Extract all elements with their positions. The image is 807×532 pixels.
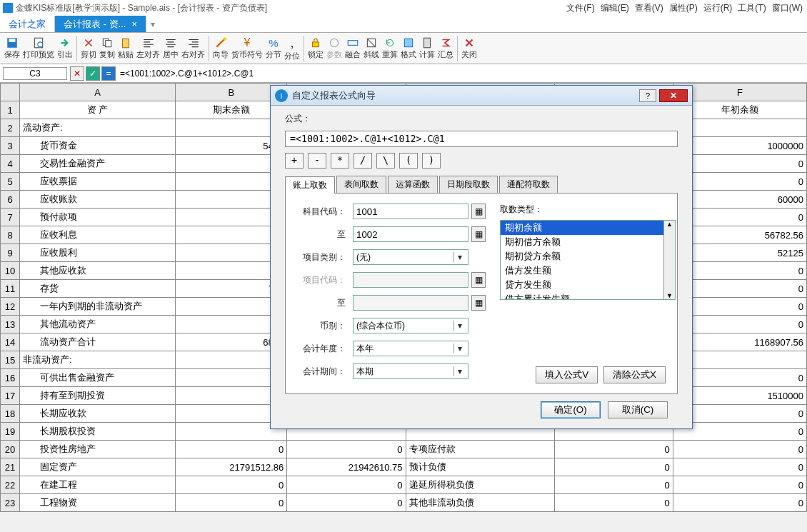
tb-align-left[interactable]: 左对齐 <box>135 36 161 60</box>
cell[interactable]: 固定资产 <box>20 458 176 476</box>
row-header[interactable]: 9 <box>1 244 20 262</box>
row-header[interactable]: 16 <box>1 369 20 387</box>
cell[interactable]: 其他应收款 <box>20 262 176 280</box>
tab-intersheet[interactable]: 表间取数 <box>336 176 386 193</box>
cell[interactable]: 预付款项 <box>20 209 176 226</box>
menu-edit[interactable]: 编辑(E) <box>601 2 629 14</box>
tab-daterange[interactable]: 日期段取数 <box>439 176 498 193</box>
cell[interactable]: 60000 <box>673 191 806 209</box>
row-header[interactable]: 22 <box>1 476 20 494</box>
to-input[interactable] <box>353 226 468 242</box>
cell[interactable]: 持有至到期投资 <box>20 387 176 405</box>
cell[interactable]: 56782.56 <box>673 226 806 244</box>
cell[interactable]: 0 <box>673 458 806 476</box>
cell[interactable]: 0 <box>673 441 806 458</box>
op-lparen[interactable]: ( <box>399 153 418 169</box>
cell[interactable]: 在建工程 <box>20 476 176 494</box>
cell[interactable]: 0 <box>673 298 806 316</box>
period-combo[interactable]: 本期▾ <box>353 363 468 379</box>
projcode-lookup-icon[interactable]: ▦ <box>471 272 486 288</box>
tb-currency[interactable]: ¥货币符号 <box>230 36 264 60</box>
year-combo[interactable]: 本年▾ <box>353 341 468 356</box>
scrollbar[interactable]: ▲▼ <box>663 221 675 299</box>
tb-preview[interactable]: 打印预览 <box>21 36 56 60</box>
list-item[interactable]: 借方累计发生额 <box>501 292 675 300</box>
tb-params[interactable]: 参数 <box>325 36 344 60</box>
cell[interactable]: 0 <box>287 476 406 494</box>
cell[interactable]: 0 <box>673 494 806 512</box>
tab-func[interactable]: 运算函数 <box>388 176 438 193</box>
tb-paste[interactable]: 粘贴 <box>116 36 135 60</box>
row-header[interactable]: 12 <box>1 298 20 316</box>
subject-lookup-icon[interactable]: ▦ <box>471 204 486 219</box>
cell[interactable]: 0 <box>673 316 806 333</box>
row-header[interactable]: 14 <box>1 333 20 351</box>
row-header[interactable]: 5 <box>1 173 20 191</box>
tab-dropdown[interactable]: ▾ <box>146 16 159 32</box>
row-header[interactable]: 8 <box>1 226 20 244</box>
cell-reference[interactable]: C3 <box>3 67 67 80</box>
cell[interactable]: 0 <box>673 173 806 191</box>
cell[interactable]: 工程物资 <box>20 494 176 512</box>
help-button[interactable]: ? <box>639 89 656 102</box>
cell[interactable]: 0 <box>176 441 287 458</box>
tab-wildcard[interactable]: 通配符取数 <box>499 176 558 193</box>
cell[interactable]: 一年内到期的非流动资产 <box>20 298 176 316</box>
cell[interactable]: 可供出售金融资产 <box>20 369 176 387</box>
dialog-titlebar[interactable]: i 自定义报表公式向导 ? ✕ <box>271 86 692 106</box>
row-header[interactable]: 2 <box>1 119 20 137</box>
tb-align-right[interactable]: 右对齐 <box>180 36 206 60</box>
cell[interactable]: 0 <box>554 476 673 494</box>
to2-input[interactable] <box>353 295 468 311</box>
cell[interactable]: 专项应付款 <box>406 441 554 458</box>
cell[interactable]: 年初余额 <box>673 101 806 119</box>
cell[interactable]: 1168907.56 <box>673 333 806 351</box>
cell[interactable]: 0 <box>673 262 806 280</box>
row-header[interactable]: 17 <box>1 387 20 405</box>
cell[interactable]: 递延所得税负债 <box>406 476 554 494</box>
op-div[interactable]: / <box>354 153 372 169</box>
tb-close[interactable]: 关闭 <box>460 36 478 60</box>
cell[interactable]: 存货 <box>20 280 176 298</box>
cell[interactable]: 1000000 <box>673 137 806 155</box>
tb-summary[interactable]: 汇总 <box>436 36 455 60</box>
projcode-input[interactable] <box>353 272 468 288</box>
fetch-type-list[interactable]: 期初余额 期初借方余额 期初贷方余额 借方发生额 贷方发生额 借方累计发生额 贷… <box>500 220 676 300</box>
to2-lookup-icon[interactable]: ▦ <box>471 295 486 311</box>
currency-combo[interactable]: (综合本位币)▾ <box>353 318 468 333</box>
menu-view[interactable]: 查看(V) <box>635 2 663 14</box>
tb-comma[interactable]: ,分位 <box>283 36 301 61</box>
menu-window[interactable]: 窗口(W) <box>772 2 803 14</box>
cell[interactable]: 应收账款 <box>20 191 176 209</box>
row-header[interactable]: 19 <box>1 423 20 441</box>
row-header[interactable]: 21 <box>1 458 20 476</box>
cell[interactable]: 0 <box>673 423 806 441</box>
cell[interactable]: 非流动资产: <box>20 351 176 369</box>
tb-recalc[interactable]: 重算 <box>381 36 399 60</box>
dialog-formula-input[interactable] <box>285 131 678 147</box>
cell[interactable]: 0 <box>287 494 406 512</box>
tb-wizard[interactable]: 向导 <box>211 36 230 60</box>
cell[interactable]: 0 <box>554 441 673 458</box>
cell[interactable]: 应收票据 <box>20 173 176 191</box>
tb-merge[interactable]: 融合 <box>344 36 362 60</box>
projtype-combo[interactable]: (无)▾ <box>353 249 468 265</box>
row-header[interactable]: 11 <box>1 280 20 298</box>
cell[interactable]: 0 <box>287 441 406 458</box>
row-header[interactable]: 23 <box>1 494 20 512</box>
cell[interactable]: 0 <box>554 494 673 512</box>
op-rparen[interactable]: ) <box>422 153 441 169</box>
menu-tool[interactable]: 工具(T) <box>738 2 766 14</box>
tb-format[interactable]: 格式 <box>399 36 418 60</box>
cell[interactable] <box>673 119 806 137</box>
formula-equals-icon[interactable]: = <box>101 66 116 81</box>
row-header[interactable]: 15 <box>1 351 20 369</box>
col-header[interactable]: F <box>673 84 806 101</box>
tb-cut[interactable]: 剪切 <box>79 36 98 60</box>
cell[interactable]: 货币资金 <box>20 137 176 155</box>
cell[interactable]: 其他非流动负债 <box>406 494 554 512</box>
op-plus[interactable]: + <box>285 153 304 169</box>
cancel-button[interactable]: 取消(C) <box>608 401 668 418</box>
tb-align-center[interactable]: 居中 <box>161 36 180 60</box>
list-item[interactable]: 借方发生额 <box>501 264 675 278</box>
